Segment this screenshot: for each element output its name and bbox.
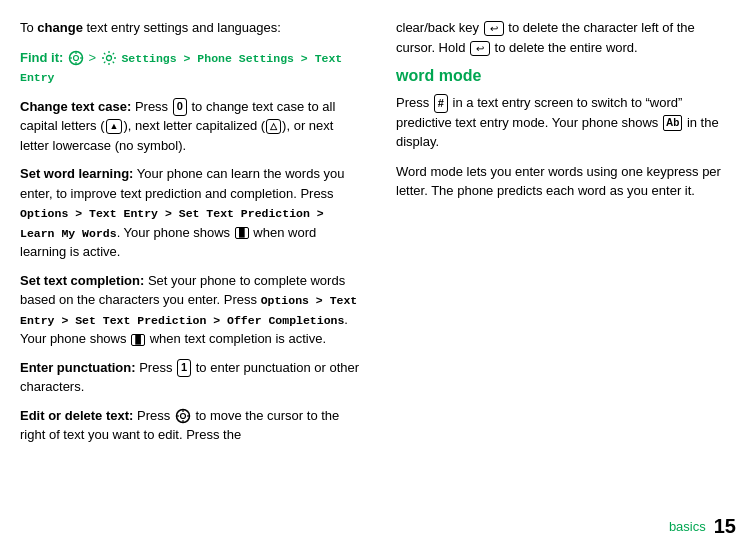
dpad-icon — [175, 408, 191, 424]
clear-back-key-icon-2: ↩ — [470, 41, 490, 56]
word-learning-icon: █ — [235, 227, 249, 239]
intro-bold: change — [37, 20, 83, 35]
text-completion-icon: █ — [131, 334, 145, 346]
word-mode-ab-icon: Ab — [663, 115, 682, 131]
section-edit-delete: Edit or delete text: Press to move the c… — [20, 406, 360, 445]
svg-point-6 — [106, 56, 111, 61]
continuation-paragraph: clear/back key ↩ to delete the character… — [396, 18, 736, 57]
section-title-text-completion: Set text completion: — [20, 273, 144, 288]
continuation-prefix: clear/back key — [396, 20, 483, 35]
menu-options: Options > Text Entry > Set Text Predicti… — [20, 207, 324, 240]
settings-icon — [101, 50, 117, 66]
word-mode-heading: word mode — [396, 67, 736, 85]
joystick-icon — [68, 50, 84, 66]
word-mode-para1: Press # in a text entry screen to switch… — [396, 93, 736, 152]
intro-paragraph: To change text entry settings and langua… — [20, 18, 360, 38]
page-container: To change text entry settings and langua… — [0, 0, 756, 550]
section-text-completion: Set text completion: Set your phone to c… — [20, 271, 360, 349]
key-0: 0 — [173, 98, 187, 115]
section-change-text-case: Change text case: Press 0 to change text… — [20, 97, 360, 156]
section-title-punctuation: Enter punctuation: — [20, 360, 136, 375]
svg-point-8 — [180, 414, 185, 419]
caps-icon: ▲ — [106, 119, 123, 134]
footer-label: basics — [669, 519, 706, 534]
section-punctuation: Enter punctuation: Press 1 to enter punc… — [20, 358, 360, 397]
right-column: clear/back key ↩ to delete the character… — [378, 18, 736, 532]
hash-key: # — [434, 94, 448, 113]
menu-options-completion: Options > Text Entry > Set Text Predicti… — [20, 294, 357, 327]
key-1: 1 — [177, 359, 191, 376]
section-title-change-text-case: Change text case: — [20, 99, 131, 114]
find-it-arrow: > — [89, 50, 100, 65]
footer-page-number: 15 — [714, 515, 736, 538]
left-column: To change text entry settings and langua… — [20, 18, 378, 532]
find-it-label: Find it: — [20, 50, 63, 65]
word-mode-para2: Word mode lets you enter words using one… — [396, 162, 736, 201]
word-mode-para1-prefix: Press — [396, 95, 433, 110]
section-title-word-learning: Set word learning: — [20, 166, 133, 181]
section-word-learning: Set word learning: Your phone can learn … — [20, 164, 360, 262]
footer: basics 15 — [669, 515, 736, 538]
continuation-text-end: to delete the entire word. — [495, 40, 638, 55]
svg-point-1 — [73, 56, 78, 61]
next-cap-icon: △ — [266, 119, 281, 134]
section-title-edit-delete: Edit or delete text: — [20, 408, 133, 423]
clear-back-key-icon: ↩ — [484, 21, 504, 36]
find-it-line: Find it: > Settings > Phone Settings > T… — [20, 48, 360, 87]
